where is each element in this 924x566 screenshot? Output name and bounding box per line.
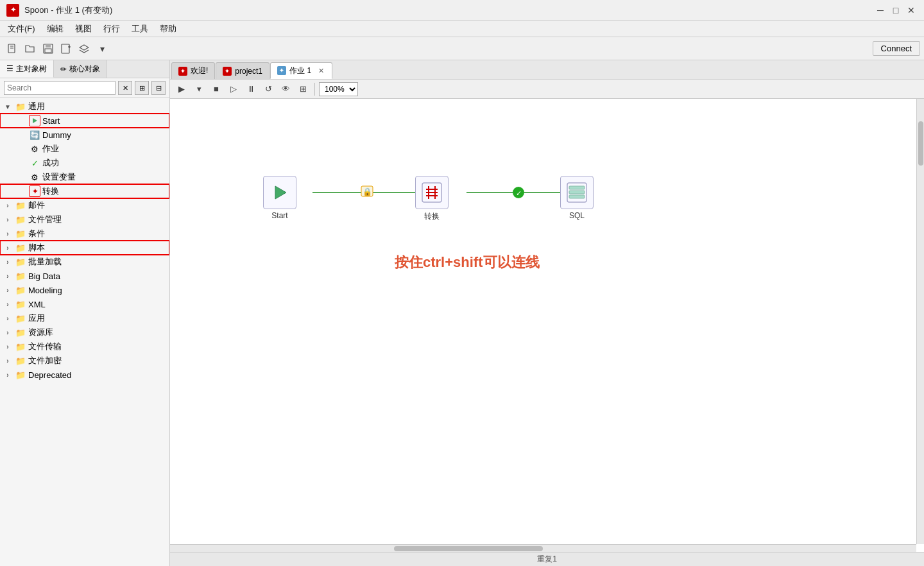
menu-item-文件(F)[interactable]: 文件(F) [3, 22, 40, 36]
node-start[interactable]: Start [263, 176, 296, 220]
save-button[interactable] [40, 40, 56, 57]
tree-item-0[interactable]: ▼📁通用 [0, 99, 169, 114]
refresh-button[interactable]: ↺ [261, 81, 276, 97]
tab-core-objects[interactable]: ✏ 核心对象 [54, 60, 107, 78]
tree-expand-4[interactable] [17, 158, 27, 168]
tree-item-5[interactable]: ⚙设置变量 [0, 170, 169, 184]
tab-close-2[interactable]: ✕ [316, 66, 325, 75]
tree-icon-9: 📁 [15, 228, 26, 239]
tree-expand-11[interactable]: › [3, 257, 13, 267]
menu-item-编辑[interactable]: 编辑 [42, 22, 69, 36]
zoom-select[interactable]: 50%75%100%125%150%200% [319, 82, 358, 96]
tab-icon-2: ✦ [277, 66, 286, 75]
scroll-thumb-horizontal[interactable] [394, 546, 543, 551]
node-sql[interactable]: SQL [560, 176, 594, 220]
left-panel: ☰ 主对象树 ✏ 核心对象 ✕ ⊞ ⊟ ▼📁通用Start🔄Dummy⚙作业✓成… [0, 60, 170, 566]
scroll-thumb-vertical[interactable] [918, 121, 923, 166]
tree-item-11[interactable]: ›📁批量加载 [0, 255, 169, 269]
search-expand-button[interactable]: ⊞ [135, 81, 149, 95]
tree-expand-10[interactable]: › [3, 243, 13, 253]
run-button[interactable]: ▶ [174, 81, 189, 97]
tree-item-14[interactable]: ›📁XML [0, 297, 169, 311]
node-transform[interactable]: 转换 [415, 176, 449, 222]
svg-marker-11 [275, 186, 286, 199]
tab-欢迎![interactable]: ✦欢迎! [171, 62, 215, 79]
step-button[interactable]: ▷ [226, 81, 241, 97]
canvas-scrollbar-horizontal[interactable] [170, 544, 916, 552]
tree-icon-12: 📁 [15, 270, 26, 282]
tree-icon-8: 📁 [15, 214, 26, 225]
tree-item-2[interactable]: 🔄Dummy [0, 128, 169, 142]
search-collapse-button[interactable]: ⊟ [151, 81, 166, 95]
tree-label-10: 脚本 [28, 242, 45, 253]
tree-expand-13[interactable]: › [3, 285, 13, 295]
tree-item-18[interactable]: ›📁文件加密 [0, 354, 169, 368]
tree-item-17[interactable]: ›📁文件传输 [0, 339, 169, 354]
saveas-button[interactable] [58, 40, 74, 57]
tree-expand-2[interactable] [17, 130, 27, 140]
tree-expand-17[interactable]: › [3, 341, 13, 352]
connect-button[interactable]: Connect [873, 41, 920, 56]
tree-expand-16[interactable]: › [3, 327, 13, 338]
tree-item-8[interactable]: ›📁文件管理 [0, 212, 169, 227]
tree-expand-7[interactable]: › [3, 200, 13, 210]
tree-item-9[interactable]: ›📁条件 [0, 227, 169, 241]
tree-item-12[interactable]: ›📁Big Data [0, 269, 169, 283]
menu-item-行行[interactable]: 行行 [98, 22, 125, 36]
tree-item-10[interactable]: ›📁脚本 [0, 241, 169, 255]
menu-item-工具[interactable]: 工具 [126, 22, 153, 36]
tree-item-15[interactable]: ›📁应用 [0, 311, 169, 325]
maximize-button[interactable]: □ [889, 4, 902, 17]
svg-rect-19 [569, 186, 585, 189]
core-objects-label: 核心对象 [69, 64, 100, 74]
menu-item-视图[interactable]: 视图 [70, 22, 97, 36]
tree-expand-6[interactable] [17, 186, 27, 196]
new-button[interactable] [4, 40, 21, 57]
tree-expand-0[interactable]: ▼ [3, 101, 13, 112]
tree-expand-9[interactable]: › [3, 228, 13, 239]
close-button[interactable]: ✕ [905, 4, 918, 17]
canvas-area[interactable]: 🔒 ✓ Start [170, 99, 924, 552]
tree-expand-8[interactable]: › [3, 214, 13, 225]
lock-icon: 🔒 [363, 187, 372, 196]
tree-item-13[interactable]: ›📁Modeling [0, 283, 169, 297]
tree-expand-3[interactable] [17, 144, 27, 154]
run-dropdown-button[interactable]: ▾ [191, 81, 207, 97]
menu-item-帮助[interactable]: 帮助 [155, 22, 182, 36]
tree-expand-15[interactable]: › [3, 313, 13, 323]
search-input[interactable] [4, 81, 116, 95]
tree-icon-19: 📁 [15, 369, 26, 381]
tree-expand-19[interactable]: › [3, 370, 13, 380]
preview-button[interactable]: 👁 [278, 81, 293, 97]
tree-item-1[interactable]: Start [0, 114, 169, 128]
tree-item-19[interactable]: ›📁Deprecated [0, 368, 169, 382]
tab-作业 1[interactable]: ✦作业 1✕ [270, 62, 332, 79]
tree-expand-18[interactable]: › [3, 356, 13, 366]
tree-expand-14[interactable]: › [3, 299, 13, 309]
app-icon: ✦ [6, 4, 19, 17]
tree-label-2: Dummy [42, 130, 71, 140]
tree-icon-2: 🔄 [29, 129, 40, 141]
tree-expand-5[interactable] [17, 172, 27, 182]
tree-item-3[interactable]: ⚙作业 [0, 142, 169, 156]
tree-item-4[interactable]: ✓成功 [0, 156, 169, 170]
minimize-button[interactable]: ─ [874, 4, 887, 17]
tab-project1[interactable]: ✦project1 [216, 62, 270, 79]
pause-button[interactable]: ⏸ [243, 81, 259, 97]
dropdown-button[interactable]: ▾ [94, 40, 110, 57]
open-button[interactable] [22, 40, 38, 57]
layers-button[interactable] [76, 40, 92, 57]
canvas-scrollbar-vertical[interactable] [916, 99, 924, 544]
tree-label-0: 通用 [28, 101, 45, 112]
tree-expand-12[interactable]: › [3, 271, 13, 281]
grid-button[interactable]: ⊞ [295, 81, 311, 97]
tab-main-tree[interactable]: ☰ 主对象树 [0, 60, 54, 78]
main-layout: ☰ 主对象树 ✏ 核心对象 ✕ ⊞ ⊟ ▼📁通用Start🔄Dummy⚙作业✓成… [0, 60, 924, 566]
svg-rect-4 [46, 44, 51, 47]
stop-button[interactable]: ■ [209, 81, 224, 97]
tree-item-6[interactable]: ✦转换 [0, 184, 169, 198]
tree-expand-1[interactable] [17, 116, 27, 126]
search-clear-button[interactable]: ✕ [118, 81, 132, 95]
tree-item-7[interactable]: ›📁邮件 [0, 198, 169, 212]
tree-item-16[interactable]: ›📁资源库 [0, 325, 169, 339]
